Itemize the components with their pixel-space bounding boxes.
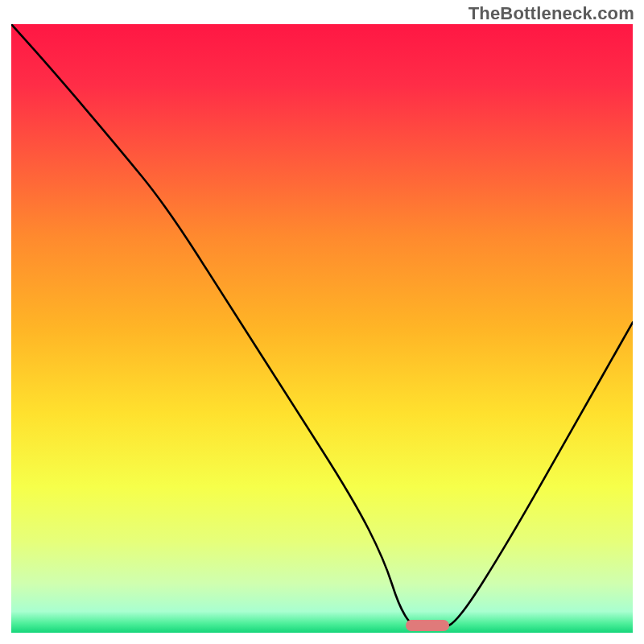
chart-svg (11, 24, 633, 633)
gradient-background (11, 24, 633, 633)
plot-area (11, 24, 633, 633)
watermark-label: TheBottleneck.com (469, 3, 634, 24)
bottleneck-chart: TheBottleneck.com (0, 0, 644, 644)
optimal-range-marker (406, 620, 449, 631)
